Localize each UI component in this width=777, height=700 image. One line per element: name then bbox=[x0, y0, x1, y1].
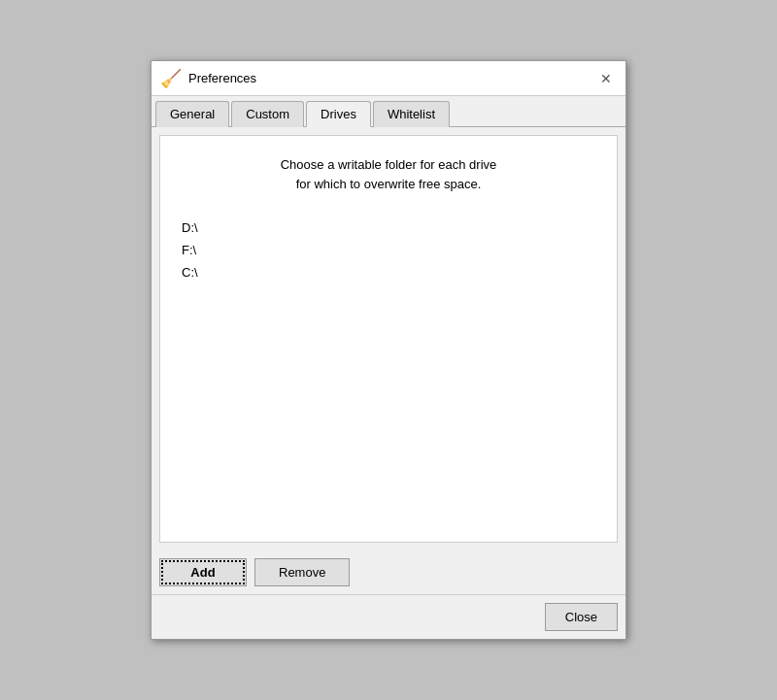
drive-item[interactable]: C:\ bbox=[180, 261, 597, 283]
tab-whitelist[interactable]: Whitelist bbox=[373, 101, 450, 127]
tab-general[interactable]: General bbox=[155, 101, 229, 127]
tab-drives[interactable]: Drives bbox=[306, 101, 371, 127]
preferences-window: 🧹 Preferences ✕ General Custom Drives Wh… bbox=[151, 60, 626, 640]
title-bar: 🧹 Preferences ✕ bbox=[152, 61, 625, 96]
tab-bar: General Custom Drives Whitelist bbox=[152, 96, 625, 127]
content-area: Choose a writable folder for each drive … bbox=[159, 135, 618, 543]
action-button-row: Add Remove bbox=[152, 550, 625, 594]
drive-list: D:\ F:\ C:\ bbox=[180, 217, 597, 283]
drive-item[interactable]: F:\ bbox=[180, 239, 597, 261]
title-bar-left: 🧹 Preferences bbox=[161, 69, 256, 88]
window-title: Preferences bbox=[188, 71, 256, 85]
broom-icon: 🧹 bbox=[160, 68, 182, 89]
window-close-button[interactable]: ✕ bbox=[596, 69, 616, 88]
description-line2: for which to overwrite free space. bbox=[296, 177, 482, 191]
close-button[interactable]: Close bbox=[545, 603, 618, 631]
app-icon: 🧹 bbox=[161, 69, 181, 88]
footer: Close bbox=[152, 594, 625, 639]
tab-custom[interactable]: Custom bbox=[231, 101, 304, 127]
drive-item[interactable]: D:\ bbox=[180, 217, 597, 239]
add-button[interactable]: Add bbox=[159, 558, 247, 586]
description-text: Choose a writable folder for each drive … bbox=[180, 155, 597, 193]
description-line1: Choose a writable folder for each drive bbox=[281, 157, 497, 172]
remove-button[interactable]: Remove bbox=[254, 558, 350, 586]
